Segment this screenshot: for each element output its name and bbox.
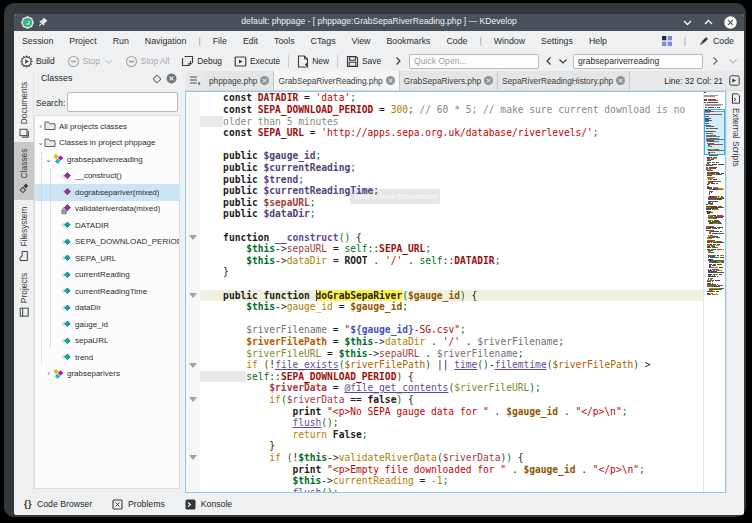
editor-tab-phppage.php[interactable]: phppage.php <box>205 71 274 90</box>
code-line[interactable]: if (!$this->validateRiverData($riverData… <box>200 452 703 464</box>
menu-settings[interactable]: Settings <box>533 36 581 46</box>
tree-item-grabseparivers[interactable]: ›grabseparivers <box>35 366 179 383</box>
tree-item-__construct-[interactable]: __construct() <box>35 168 179 185</box>
code-line[interactable]: } <box>200 440 703 452</box>
dock-tab-classes[interactable]: Classes <box>14 142 34 200</box>
dock-tab-external-scripts[interactable]: External Scripts <box>727 91 744 187</box>
tree-expander-icon[interactable]: › <box>45 369 52 378</box>
code-line[interactable]: public $sepaURL; <box>200 197 703 209</box>
tree-item-dograbsepariver-mixed-[interactable]: dograbsepariver(mixed) <box>35 184 179 201</box>
classes-search-input[interactable] <box>67 92 178 112</box>
code-line[interactable]: $this->currentReading = -1; <box>200 475 703 487</box>
code-line[interactable] <box>200 139 703 151</box>
document-list-icon[interactable] <box>185 71 205 90</box>
tree-item-gauge_id[interactable]: gauge_id <box>35 316 179 333</box>
code-line[interactable]: flush(); <box>200 417 703 429</box>
search-next-chevron[interactable] <box>710 56 720 66</box>
code-line[interactable]: flush(); <box>200 487 703 492</box>
code-line[interactable]: self::SEPA_DOWNLOAD_PERIOD) { <box>200 371 703 383</box>
tree-item-grabsepariverreading[interactable]: ⌄grabsepariverreading <box>35 151 179 168</box>
code-line[interactable]: print "<p>No SEPA gauge data for " . $ga… <box>200 406 703 418</box>
close-button[interactable] <box>724 16 737 29</box>
menu-edit[interactable]: Edit <box>235 36 266 46</box>
code-line[interactable]: public function doGrabSepaRiver($gauge_i… <box>200 290 703 302</box>
code-line[interactable]: const DATADIR = 'data'; <box>200 92 703 104</box>
code-line[interactable]: if($riverData == false) { <box>200 394 703 406</box>
toolbar-save-button[interactable]: Save <box>340 51 387 71</box>
code-line[interactable]: $riverFilePath = $this->dataDir . '/' . … <box>200 336 703 348</box>
tab-close-icon[interactable] <box>616 76 625 85</box>
menu-code[interactable]: Code <box>438 36 475 46</box>
code-line[interactable]: public $dataDir; <box>200 208 703 220</box>
toolview-button-konsole[interactable]: Konsole <box>180 494 237 514</box>
tree-expander-icon[interactable]: › <box>37 122 44 131</box>
code-line[interactable]: print "<p>Empty file downloaded for " . … <box>200 464 703 476</box>
menu-session[interactable]: Session <box>14 36 61 46</box>
tree-item-sepa_url[interactable]: SEPA_URL <box>35 250 179 267</box>
code-line[interactable]: return False; <box>200 429 703 441</box>
tree-expander-icon[interactable]: ⌄ <box>45 155 52 164</box>
dock-tab-filesystem[interactable]: Filesystem <box>14 203 34 265</box>
tree-item-currentreadingtime[interactable]: currentReadingTime <box>35 283 179 300</box>
code-line[interactable]: $this->sepaURL = self::SEPA_URL; <box>200 243 703 255</box>
toolview-button-problems[interactable]: Problems <box>107 494 170 514</box>
code-editor[interactable]: Take a New Screenshot const DATADIR = 'd… <box>185 91 726 493</box>
code-line[interactable]: const SEPA_DOWNLOAD_PERIOD = 300; // 60 … <box>200 104 703 116</box>
code-line[interactable]: public $gauge_id; <box>200 150 703 162</box>
toolbar-search-input[interactable] <box>573 54 703 69</box>
menu-project[interactable]: Project <box>61 36 104 46</box>
menu-ctags[interactable]: CTags <box>303 36 344 46</box>
menu-tools[interactable]: Tools <box>266 36 303 46</box>
code-line[interactable]: if (!file_exists($riverFilePath) || time… <box>200 359 703 371</box>
code-line[interactable]: } <box>200 266 703 278</box>
quick-open-input[interactable] <box>409 54 539 69</box>
code-line[interactable]: $this->gauge_id = $gauge_id; <box>200 301 703 313</box>
code-line[interactable] <box>200 313 703 325</box>
toolbar-stop-all-button[interactable]: Stop All <box>119 51 175 71</box>
editor-config-icon[interactable] <box>729 75 740 86</box>
tree-item-validateriverdata-mixed-[interactable]: validateriverdata(mixed) <box>35 201 179 218</box>
tree-item-all-projects-classes[interactable]: ›All projects classes <box>35 118 179 135</box>
fold-margin[interactable] <box>186 92 200 492</box>
minimap[interactable] <box>704 92 725 492</box>
code-line[interactable]: public $trend; <box>200 174 703 186</box>
menu-window[interactable]: Window <box>486 36 533 46</box>
code-line[interactable]: const SEPA_URL = 'http://apps.sepa.org.u… <box>200 127 703 139</box>
code-line[interactable]: $riverData = @file_get_contents($riverFi… <box>200 382 703 394</box>
tree-item-currentreading[interactable]: currentReading <box>35 267 179 284</box>
dock-tab-documents[interactable]: Documents <box>14 81 34 138</box>
menu-help[interactable]: Help <box>581 36 615 46</box>
search-prev-chevron[interactable] <box>544 56 554 66</box>
close-panel-icon[interactable] <box>166 73 177 84</box>
code-line[interactable]: $this->dataDir = ROOT . '/' . self::DATA… <box>200 255 703 267</box>
code-line[interactable]: $riverFilename = "${gauge_id}-SG.csv"; <box>200 324 703 336</box>
toolview-button-code-browser[interactable]: {}Code Browser <box>19 494 97 514</box>
tree-item-sepaurl[interactable]: sepaURL <box>35 333 179 350</box>
code-line[interactable] <box>200 220 703 232</box>
fold-arrow-icon[interactable] <box>189 293 197 298</box>
code-line[interactable]: public $currentReading; <box>200 162 703 174</box>
search-dropdown-chevron[interactable] <box>558 56 568 66</box>
menu-run[interactable]: Run <box>105 36 137 46</box>
menu-view[interactable]: View <box>344 36 379 46</box>
detach-panel-icon[interactable] <box>153 75 161 83</box>
toolbar-build-button[interactable]: Build <box>14 51 61 71</box>
toolbar-debug-button[interactable]: Debug <box>175 51 228 71</box>
fold-arrow-icon[interactable] <box>189 397 197 402</box>
editor-tab-GrabSepaRivers.php[interactable]: GrabSepaRivers.php <box>400 71 498 90</box>
toolbar-overflow-chevron[interactable] <box>393 56 403 66</box>
minimize-button[interactable] <box>682 17 693 28</box>
menu-navigation[interactable]: Navigation <box>137 36 195 46</box>
maximize-button[interactable] <box>703 17 714 28</box>
tree-item-datadir[interactable]: dataDir <box>35 300 179 317</box>
tree-item-trend[interactable]: trend <box>35 349 179 366</box>
editor-tab-GrabSepaRiverReading.php[interactable]: GrabSepaRiverReading.php <box>274 71 399 90</box>
titlebar[interactable]: default: phppage - [ phppage:GrabSepaRiv… <box>14 14 744 31</box>
working-set-icon[interactable] <box>662 36 672 46</box>
toolbar-stop-button[interactable]: Stop <box>61 51 119 71</box>
tab-close-icon[interactable] <box>386 76 395 85</box>
fold-arrow-icon[interactable] <box>189 235 197 240</box>
tree-item-classes-in-project-phppage[interactable]: ⌄Classes in project phppage <box>35 135 179 152</box>
search-options-chevron[interactable] <box>728 56 738 66</box>
dock-tab-projects[interactable]: Projects <box>14 269 34 321</box>
